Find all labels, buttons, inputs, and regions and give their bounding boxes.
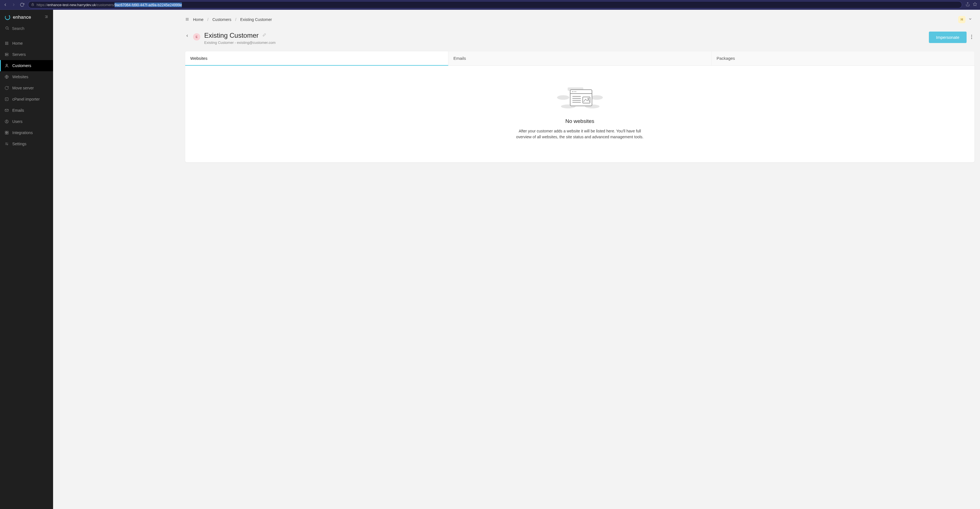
page-header-left: E Existing Customer Existing Customer - … [185, 32, 275, 45]
svg-rect-31 [5, 133, 7, 134]
browser-reload-button[interactable] [19, 2, 25, 7]
svg-rect-29 [5, 131, 7, 133]
users-icon [5, 119, 9, 124]
empty-illustration-icon [555, 85, 605, 111]
sidebar-item-label: Home [12, 41, 22, 46]
sidebar-item-users[interactable]: Users [0, 116, 53, 127]
svg-point-58 [575, 91, 576, 92]
chevron-down-icon[interactable] [968, 17, 972, 22]
svg-point-36 [7, 144, 8, 145]
share-icon[interactable] [966, 2, 970, 8]
svg-point-3 [5, 14, 11, 21]
sidebar-item-label: Customers [12, 64, 31, 68]
sidebar-search[interactable]: Search [0, 23, 53, 36]
user-avatar[interactable]: H [958, 16, 966, 23]
sidebar-item-label: cPanel importer [12, 97, 40, 102]
breadcrumb-home[interactable]: Home [193, 17, 204, 22]
customer-avatar: E [193, 33, 200, 40]
svg-point-37 [186, 18, 187, 18]
svg-line-9 [8, 29, 9, 30]
svg-point-47 [971, 36, 972, 37]
browser-back-button[interactable] [3, 2, 8, 7]
svg-point-44 [187, 20, 188, 21]
sidebar-header: enhance [0, 10, 53, 23]
sidebar-item-settings[interactable]: Settings [0, 138, 53, 150]
svg-point-43 [186, 20, 187, 21]
sidebar-item-home[interactable]: Home [0, 38, 53, 49]
svg-point-46 [971, 35, 972, 35]
svg-point-18 [8, 44, 8, 45]
browser-bar: https://enhance-test-new.harrydev.uk/cus… [0, 0, 980, 10]
breadcrumbs: Home / Customers / Existing Customer [185, 17, 272, 22]
impersonate-button[interactable]: Impersonate [929, 32, 967, 43]
svg-point-42 [188, 19, 189, 19]
svg-point-15 [8, 43, 8, 44]
integrations-icon [5, 130, 9, 135]
breadcrumb-separator: / [235, 17, 236, 22]
menu-collapse-icon[interactable] [44, 14, 49, 20]
topbar: Home / Customers / Existing Customer H [53, 10, 980, 26]
svg-point-4 [9, 15, 10, 16]
app: enhance Search Home Servers Customers [0, 10, 980, 509]
svg-point-16 [5, 44, 6, 45]
svg-point-39 [188, 18, 189, 18]
grid-icon [5, 41, 9, 46]
logo-mark-icon [5, 14, 11, 21]
svg-point-13 [5, 43, 6, 44]
svg-point-17 [6, 44, 7, 45]
empty-state: No websites After your customer adds a w… [185, 66, 974, 162]
logo-text: enhance [13, 14, 31, 20]
sidebar-item-label: Websites [12, 75, 28, 79]
edit-icon[interactable] [262, 33, 266, 38]
svg-point-48 [971, 38, 972, 39]
sidebar-item-label: Users [12, 119, 22, 124]
sidebar-item-integrations[interactable]: Integrations [0, 127, 53, 138]
breadcrumb-customers[interactable]: Customers [212, 17, 231, 22]
sidebar-item-label: Move server [12, 86, 34, 90]
svg-point-12 [8, 42, 8, 43]
url-text: https://enhance-test-new.harrydev.uk/cus… [37, 3, 182, 7]
svg-rect-32 [7, 133, 8, 134]
svg-point-40 [186, 19, 187, 19]
apps-icon[interactable] [185, 17, 189, 22]
breadcrumb-current: Existing Customer [240, 17, 272, 22]
tabs: Websites Emails Packages [185, 51, 974, 66]
more-icon[interactable] [971, 35, 972, 40]
server-icon [5, 52, 9, 57]
svg-rect-26 [5, 109, 8, 111]
page-title: Existing Customer [204, 32, 259, 40]
sidebar-nav: Home Servers Customers Websites Move ser… [0, 36, 53, 150]
logo[interactable]: enhance [5, 14, 31, 21]
search-icon [5, 26, 9, 31]
star-icon[interactable] [973, 2, 977, 8]
sidebar-item-label: Emails [12, 108, 24, 113]
browser-forward-button[interactable] [11, 2, 16, 7]
mail-icon [5, 108, 9, 113]
url-bar[interactable]: https://enhance-test-new.harrydev.uk/cus… [28, 1, 962, 8]
browser-right-icons [966, 2, 977, 8]
user-icon [5, 64, 9, 68]
sidebar-item-customers[interactable]: Customers [0, 60, 53, 71]
tab-websites[interactable]: Websites [185, 51, 449, 66]
svg-rect-19 [5, 53, 8, 54]
lock-icon [31, 3, 34, 7]
tab-emails[interactable]: Emails [449, 51, 711, 65]
svg-marker-2 [973, 2, 977, 6]
refresh-icon [5, 86, 9, 90]
tab-packages[interactable]: Packages [711, 51, 974, 65]
svg-point-38 [187, 18, 188, 18]
sidebar-item-cpanel-importer[interactable]: cPanel importer [0, 94, 53, 105]
sliders-icon [5, 142, 9, 146]
main: Home / Customers / Existing Customer H E… [53, 10, 980, 509]
sidebar-item-websites[interactable]: Websites [0, 71, 53, 83]
sidebar-item-emails[interactable]: Emails [0, 105, 53, 116]
svg-rect-20 [5, 55, 8, 56]
back-button[interactable] [185, 34, 189, 39]
sidebar-item-servers[interactable]: Servers [0, 49, 53, 60]
empty-description: After your customer adds a website it wi… [513, 128, 647, 140]
empty-title: No websites [565, 118, 595, 124]
svg-point-50 [590, 95, 603, 100]
sidebar-item-move-server[interactable]: Move server [0, 83, 53, 94]
svg-point-56 [572, 91, 573, 92]
svg-point-10 [5, 42, 6, 43]
